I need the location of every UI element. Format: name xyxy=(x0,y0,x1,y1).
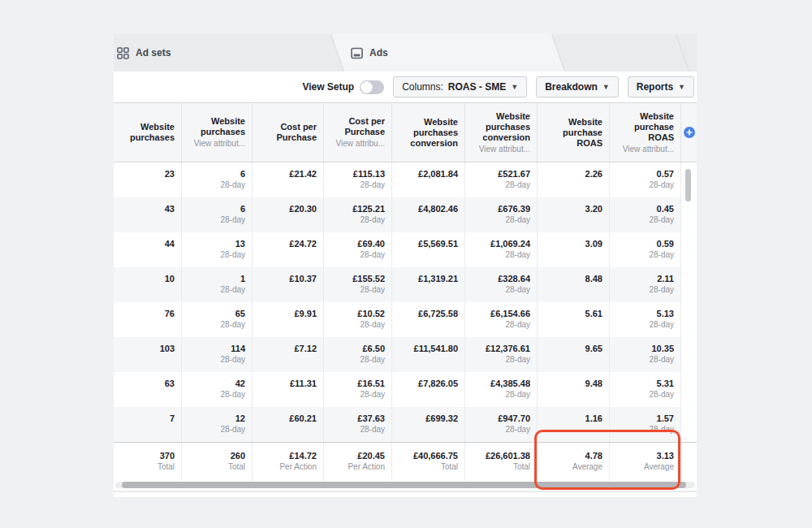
cell-value: £521.67 xyxy=(498,168,530,180)
view-setup-label: View Setup xyxy=(302,81,354,93)
tab-ad-sets[interactable]: Ad sets xyxy=(117,34,171,71)
attribution-link[interactable]: View attribut... xyxy=(623,144,674,154)
table-cell: 1328-day xyxy=(181,232,252,267)
attribution-link[interactable]: View attribut... xyxy=(479,144,530,154)
table-cell: 11428-day xyxy=(181,337,252,372)
table-cell: 3.09 xyxy=(537,232,609,267)
table-cell: £328.6428-day xyxy=(464,267,537,302)
column-header-6[interactable]: Website purchase ROAS xyxy=(537,103,609,162)
attribution-window-label: 28-day xyxy=(649,389,674,400)
cell-value: 0.57 xyxy=(657,168,674,180)
table-cell: £69.4028-day xyxy=(323,232,391,267)
cell-value: 2.11 xyxy=(657,273,674,284)
cell-value: £21.42 xyxy=(289,168,317,180)
table-cell: £676.3928-day xyxy=(464,197,537,232)
attribution-window-label: 28-day xyxy=(649,424,674,435)
cell-value: £115.13 xyxy=(353,168,385,180)
cell-value: 114 xyxy=(231,343,245,354)
table-cell: 2.26 xyxy=(537,162,609,197)
table-row[interactable]: 766528-day£9.91£10.5228-day£6,725.58£6,1… xyxy=(114,302,697,337)
table-row[interactable]: 441328-day£24.72£69.4028-day£5,569.51£1,… xyxy=(114,232,697,267)
cell-value: 103 xyxy=(160,343,175,354)
ad-sets-icon xyxy=(117,47,129,59)
cell-value: 5.61 xyxy=(585,308,603,319)
totals-type-label: Total xyxy=(441,461,458,472)
column-header-3[interactable]: Cost per PurchaseView attribu... xyxy=(323,103,391,162)
table-cell: 43 xyxy=(114,197,181,232)
column-header-5[interactable]: Website purchases conversionView attribu… xyxy=(464,103,537,162)
table-row[interactable]: 634228-day£11.31£16.5128-day£7,826.05£4,… xyxy=(114,372,697,407)
attribution-window-label: 28-day xyxy=(220,389,245,400)
totals-cell: 3.13Average xyxy=(609,443,680,481)
table-cell: £21.42 xyxy=(252,162,323,197)
table-cell: 628-day xyxy=(181,197,252,232)
table-cell: £7.12 xyxy=(252,337,323,372)
attribution-window-label: 28-day xyxy=(360,319,385,330)
breakdown-dropdown-button[interactable]: Breakdown ▼ xyxy=(536,76,619,97)
cell-value: £1,319.21 xyxy=(418,273,458,284)
table-cell: £4,385.4828-day xyxy=(464,372,537,407)
cell-value: £60.21 xyxy=(289,413,317,424)
table-cell: £10.5228-day xyxy=(323,302,391,337)
column-header-1[interactable]: Website purchasesView attribut... xyxy=(181,103,252,162)
tab-divider xyxy=(676,34,689,71)
column-header-7[interactable]: Website purchase ROASView attribut... xyxy=(609,103,680,162)
table-cell: £9.91 xyxy=(252,302,323,337)
table-cell: £20.30 xyxy=(252,197,323,232)
table-cell: 3.20 xyxy=(537,197,609,232)
attribution-window-label: 28-day xyxy=(649,249,674,260)
table-cell: 5.1328-day xyxy=(609,302,680,337)
attribution-window-label: 28-day xyxy=(505,214,530,225)
column-header-0[interactable]: Website purchases xyxy=(114,103,181,162)
table-cell: £1,319.21 xyxy=(391,267,464,302)
table-row[interactable]: 43628-day£20.30£125.2128-day£4,802.46£67… xyxy=(114,197,697,232)
scroll-gutter-cell xyxy=(680,337,697,372)
columns-dropdown-button[interactable]: Columns: ROAS - SME ▼ xyxy=(393,76,527,97)
horizontal-scrollbar-thumb[interactable] xyxy=(122,482,686,488)
column-title: Website purchase ROAS xyxy=(544,117,603,149)
tab-ads[interactable]: Ads xyxy=(351,34,388,71)
cell-value: 76 xyxy=(165,308,175,319)
totals-value: £14.72 xyxy=(289,450,317,461)
attribution-window-label: 28-day xyxy=(220,214,245,225)
column-header-2[interactable]: Cost per Purchase xyxy=(252,103,323,162)
cell-value: 23 xyxy=(165,168,175,180)
vertical-scrollbar-thumb[interactable] xyxy=(685,169,691,201)
table-cell: 103 xyxy=(114,337,181,372)
attribution-link[interactable]: View attribut... xyxy=(194,138,245,149)
attribution-window-label: 28-day xyxy=(220,180,245,190)
table-cell: 5.61 xyxy=(537,302,609,337)
attribution-window-label: 28-day xyxy=(360,424,385,435)
attribution-window-label: 28-day xyxy=(220,354,245,365)
cell-value: 0.45 xyxy=(657,203,674,214)
attribution-window-label: 28-day xyxy=(505,180,530,190)
table-row[interactable]: 23628-day£21.42£115.1328-day£2,081.84£52… xyxy=(114,162,697,197)
add-column-button[interactable] xyxy=(684,127,695,138)
table-row[interactable]: 71228-day£60.21£37.6328-day£699.32£947.7… xyxy=(114,407,697,442)
reports-dropdown-button[interactable]: Reports ▼ xyxy=(628,76,694,97)
column-header-4[interactable]: Website purchases conversion xyxy=(391,103,464,162)
table-totals-row: 370Total260Total£14.72Per Action£20.45Pe… xyxy=(114,442,697,481)
totals-value: 3.13 xyxy=(657,450,674,461)
view-setup-toggle[interactable] xyxy=(360,80,384,94)
cell-value: £11.31 xyxy=(290,378,317,389)
totals-cell: £40,666.75Total xyxy=(391,443,464,481)
totals-type-label: Average xyxy=(644,461,674,472)
cell-value: 3.09 xyxy=(585,238,603,249)
cell-value: £12,376.61 xyxy=(486,343,530,354)
table-cell: 0.5728-day xyxy=(609,162,680,197)
table-body: 23628-day£21.42£115.1328-day£2,081.84£52… xyxy=(114,162,697,442)
cell-value: 6 xyxy=(240,168,245,180)
table-row[interactable]: 10311428-day£7.12£6.5028-day£11,541.80£1… xyxy=(114,337,697,372)
table-cell: £11,541.80 xyxy=(391,337,464,372)
totals-value: 370 xyxy=(160,450,175,461)
attribution-window-label: 28-day xyxy=(220,284,245,295)
attribution-link[interactable]: View attribu... xyxy=(336,138,385,149)
cell-value: £69.40 xyxy=(357,238,385,249)
table-cell: 10 xyxy=(114,267,181,302)
cell-value: 63 xyxy=(165,378,175,389)
table-row[interactable]: 10128-day£10.37£155.5228-day£1,319.21£32… xyxy=(114,267,697,302)
cell-value: 8.48 xyxy=(585,273,603,284)
totals-type-label: Total xyxy=(513,461,530,472)
table-cell: 9.65 xyxy=(537,337,609,372)
